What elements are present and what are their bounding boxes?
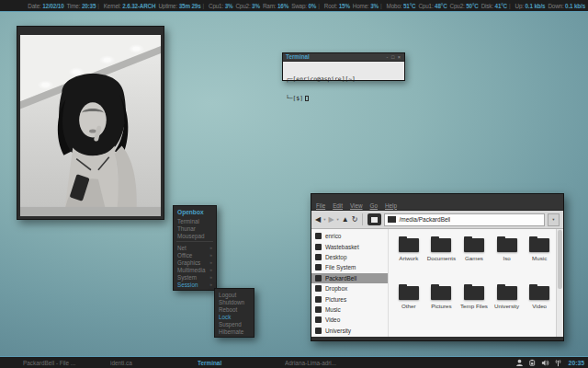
- menu-item-net[interactable]: Net»: [174, 244, 216, 251]
- forward-button[interactable]: ▶: [328, 216, 334, 224]
- back-button[interactable]: ◀: [315, 216, 321, 224]
- menu-item-terminal[interactable]: Terminal: [174, 217, 216, 224]
- scrollbar-thumb[interactable]: [558, 230, 562, 289]
- sidebar-item-desktop[interactable]: Desktop: [311, 252, 388, 262]
- menu-item-label: Net: [177, 245, 187, 251]
- sidebar-item-video[interactable]: Video: [311, 315, 388, 325]
- image-viewer-titlebar[interactable]: [20, 27, 161, 35]
- sidebar-item-file-system[interactable]: File System: [311, 262, 388, 272]
- terminal-body[interactable]: ┌─[enrico@aspire][~] └─[$]: [283, 62, 404, 115]
- home-button[interactable]: [368, 213, 381, 225]
- menu-item-label: Graphics: [177, 259, 200, 266]
- taskbar: PackardBell - File ...identi.caTerminalA…: [0, 356, 588, 368]
- user-icon[interactable]: [515, 359, 524, 367]
- network-icon[interactable]: [554, 359, 562, 367]
- stat-item: Swap: 0%: [291, 3, 316, 9]
- reload-button[interactable]: ↻: [352, 216, 358, 224]
- sidebar-item-pictures[interactable]: Pictures: [311, 293, 388, 304]
- session-item-suspend[interactable]: Suspend: [215, 320, 254, 328]
- stat-label: Date:: [28, 3, 42, 9]
- path-text: /media/PackardBell: [399, 216, 450, 223]
- session-item-logout[interactable]: Logout: [215, 291, 254, 298]
- menu-item-label: Logout: [219, 292, 236, 298]
- menubar-view[interactable]: View: [350, 202, 363, 209]
- menu-item-label: Thunar: [177, 225, 196, 232]
- taskbar-item-packardbell-file[interactable]: PackardBell - File ...: [23, 360, 110, 366]
- menu-item-session[interactable]: Session»: [174, 281, 216, 288]
- sidebar-item-university[interactable]: University: [311, 326, 388, 336]
- vertical-scrollbar[interactable]: [556, 229, 563, 337]
- tray-clock[interactable]: 20:35: [569, 360, 584, 366]
- volume-icon[interactable]: [541, 359, 549, 367]
- stat-label: Home:: [353, 3, 370, 9]
- stat-label: Cpu1:: [209, 3, 225, 9]
- file-manager-window[interactable]: FileEditViewGoHelp ◀ ▾ ▶ ▾ ▲ ↻ /media/Pa…: [311, 193, 564, 341]
- stat-label: Disk:: [481, 3, 495, 9]
- menu-item-thunar[interactable]: Thunar: [174, 224, 216, 232]
- menu-separator: [176, 241, 213, 242]
- battery-icon[interactable]: [528, 359, 537, 367]
- menubar-help[interactable]: Help: [385, 202, 397, 209]
- menu-item-label: Session: [177, 282, 198, 288]
- menubar-edit[interactable]: Edit: [333, 202, 343, 209]
- stat-item: Mobo: 51°C: [387, 3, 416, 9]
- back-history-caret-icon[interactable]: ▾: [323, 217, 325, 222]
- stat-separator: |: [318, 3, 320, 9]
- openbox-session-submenu: LogoutShutdownRebootLockSuspendHibernate: [214, 288, 254, 338]
- folder-icon: [315, 285, 322, 292]
- session-item-shutdown[interactable]: Shutdown: [215, 298, 254, 305]
- stat-item: Date: 12/02/10: [28, 3, 63, 9]
- toolbar-separator: [362, 213, 363, 225]
- sidebar-item-label: Dropbox: [325, 285, 347, 292]
- folder-music[interactable]: Music: [523, 233, 556, 281]
- session-item-reboot[interactable]: Reboot: [215, 305, 254, 313]
- openbox-menu-header: Openbox: [174, 208, 216, 217]
- home-icon: [371, 217, 378, 223]
- up-button[interactable]: ▲: [342, 216, 349, 224]
- menu-item-mousepad[interactable]: Mousepad: [174, 232, 216, 239]
- folder-other[interactable]: Other: [392, 281, 425, 328]
- folder-icon: [464, 286, 484, 300]
- sidebar-item-dropbox[interactable]: Dropbox: [311, 283, 388, 293]
- image-viewer-window[interactable]: [17, 26, 164, 220]
- terminal-window[interactable]: Terminal - □ × ┌─[enrico@aspire][~] └─[$…: [282, 52, 405, 81]
- menu-item-label: Lock: [219, 314, 231, 320]
- stat-separator: |: [380, 3, 382, 9]
- sidebar-item-label: File System: [325, 264, 356, 270]
- folder-iso[interactable]: Iso: [491, 233, 524, 281]
- stat-item: Kernel: 2.6.32-ARCH: [104, 3, 156, 9]
- sidebar-item-label: Pictures: [325, 296, 346, 303]
- menu-item-multimedia[interactable]: Multimedia»: [174, 266, 216, 273]
- menu-item-office[interactable]: Office»: [174, 251, 216, 259]
- menu-item-label: Suspend: [219, 321, 242, 328]
- sidebar-item-packardbell[interactable]: PackardBell: [311, 273, 388, 283]
- sidebar-item-wastebasket[interactable]: Wastebasket: [311, 241, 388, 251]
- stat-item: Disk: 41°C: [481, 3, 507, 9]
- folder-university[interactable]: University: [491, 281, 524, 328]
- sidebar-item-enrico[interactable]: enrico: [311, 231, 388, 241]
- menubar-file[interactable]: File: [316, 202, 325, 209]
- sidebar-item-music[interactable]: Music: [311, 305, 388, 315]
- session-item-lock[interactable]: Lock: [215, 313, 254, 320]
- taskbar-item-identi-ca[interactable]: identi.ca: [110, 360, 198, 366]
- folder-games[interactable]: Games: [458, 233, 491, 281]
- folder-label: University: [494, 303, 519, 309]
- menu-item-system[interactable]: System»: [174, 273, 216, 281]
- menu-item-graphics[interactable]: Graphics»: [174, 259, 216, 266]
- forward-history-caret-icon[interactable]: ▾: [337, 217, 339, 222]
- menubar-go[interactable]: Go: [370, 202, 378, 209]
- window-control-buttons[interactable]: - □ ×: [387, 53, 401, 61]
- path-dropdown-button[interactable]: ▾: [548, 213, 560, 226]
- session-item-hibernate[interactable]: Hibernate: [215, 328, 254, 335]
- file-manager-titlebar[interactable]: [311, 194, 563, 201]
- folder-video[interactable]: Video: [523, 281, 556, 328]
- folder-artwork[interactable]: Artwork: [392, 233, 425, 281]
- terminal-titlebar[interactable]: Terminal - □ ×: [283, 53, 404, 62]
- folder-label: Pictures: [431, 303, 451, 309]
- taskbar-item-adriana-lima-adri[interactable]: Adriana-Lima-adri...: [285, 360, 372, 366]
- folder-pictures[interactable]: Pictures: [425, 281, 458, 328]
- folder-documents[interactable]: Documents: [425, 233, 458, 281]
- taskbar-item-terminal[interactable]: Terminal: [198, 360, 285, 366]
- path-bar[interactable]: /media/PackardBell: [384, 213, 545, 226]
- folder-temp-files[interactable]: Temp Files: [458, 281, 491, 328]
